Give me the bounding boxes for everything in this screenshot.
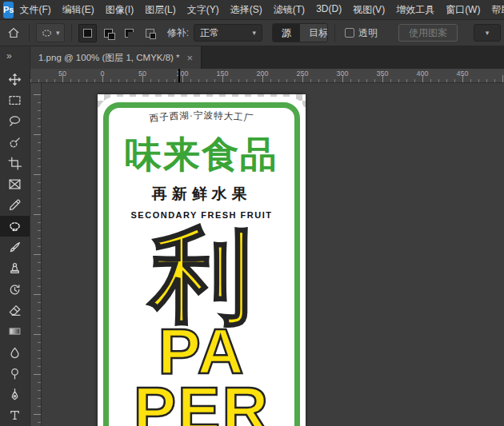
tab-title: 1.png @ 100% (图层 1, CMYK/8) * (38, 52, 180, 64)
document-tab[interactable]: 1.png @ 100% (图层 1, CMYK/8) * × (30, 46, 202, 69)
menu-item-help[interactable]: 帮助(H) (491, 3, 504, 17)
menu-bar: Ps 文件(F) 编辑(E) 图像(I) 图层(L) 文字(Y) 选择(S) 滤… (0, 0, 504, 20)
blur-icon (8, 346, 22, 360)
eraser-icon (8, 304, 22, 317)
label-brand-en: PA PER (98, 322, 306, 426)
home-icon (7, 26, 20, 39)
gradient-tool-button[interactable] (0, 321, 30, 342)
ruler-label: 200 (242, 69, 282, 78)
ruler-label: 50 (42, 69, 82, 78)
clone-stamp-icon (8, 261, 22, 275)
close-icon[interactable]: × (187, 53, 194, 63)
history-brush-tool-button[interactable] (0, 279, 30, 300)
ruler-position-marker (178, 69, 180, 82)
use-pattern-button: 使用图案 (398, 24, 458, 42)
pen-tool-button[interactable] (0, 384, 30, 404)
crop-tool-button[interactable] (0, 153, 30, 173)
source-button[interactable]: 源 (273, 24, 300, 42)
label-brand-en-line2: PER (98, 380, 306, 426)
home-button[interactable] (5, 23, 22, 42)
rectangular-marquee-icon (8, 94, 22, 107)
ruler-label: 450 (442, 69, 482, 78)
patch-mode-dropdown[interactable]: 正常 ▾ (194, 24, 262, 42)
tab-bar: 1.png @ 100% (图层 1, CMYK/8) * × (30, 46, 504, 69)
menu-item-layer[interactable]: 图层(L) (145, 3, 176, 17)
options-bar: ▾ 修补: 正常 ▾ 源 目标 透明 使用图案 ▾ (0, 20, 504, 46)
brush-icon (8, 241, 22, 254)
move-tool-button[interactable] (0, 69, 30, 90)
chevron-down-icon: ▾ (486, 29, 490, 37)
menu-item-select[interactable]: 选择(S) (230, 3, 262, 17)
menu-item-window[interactable]: 窗口(W) (446, 3, 480, 17)
vertical-ruler[interactable] (30, 83, 42, 426)
frame-tool-button[interactable] (0, 173, 30, 194)
tool-preset-button[interactable]: ▾ (36, 23, 65, 42)
menu-item-type[interactable]: 文字(Y) (187, 3, 219, 17)
document-canvas[interactable]: 西子西湖·宁波特大工厂 味来食品 再新鲜水果 SECONDARY FRESH F… (98, 94, 306, 426)
gradient-icon (8, 324, 22, 338)
photoshop-logo-icon[interactable]: Ps (3, 2, 14, 18)
menu-item-image[interactable]: 图像(I) (106, 3, 134, 17)
dodge-tool-button[interactable] (0, 363, 30, 384)
photoshop-window: Ps 文件(F) 编辑(E) 图像(I) 图层(L) 文字(Y) 选择(S) 滤… (0, 0, 504, 426)
destination-button[interactable]: 目标 (300, 24, 328, 42)
divider (334, 24, 335, 42)
dodge-icon (8, 367, 22, 380)
patch-tool-button[interactable] (0, 216, 30, 237)
menu-item-3d[interactable]: 3D(D) (316, 3, 342, 17)
divider (29, 24, 30, 42)
type-tool-button[interactable] (0, 405, 30, 426)
type-icon (8, 408, 22, 422)
menu-item-edit[interactable]: 编辑(E) (62, 3, 94, 17)
canvas-area[interactable]: 西子西湖·宁波特大工厂 味来食品 再新鲜水果 SECONDARY FRESH F… (42, 83, 504, 426)
selection-mode-group (78, 24, 159, 42)
lasso-icon (8, 114, 22, 128)
history-brush-icon (8, 283, 22, 297)
eyedropper-icon (8, 198, 22, 212)
svg-text:西子西湖·宁波特大工厂: 西子西湖·宁波特大工厂 (149, 110, 254, 123)
eyedropper-tool-button[interactable] (0, 195, 30, 216)
selection-mode-subtract-button[interactable] (120, 24, 138, 42)
ruler-label: 250 (282, 69, 322, 78)
pen-icon (8, 388, 22, 401)
clone-stamp-tool-button[interactable] (0, 258, 30, 279)
frame-icon (8, 177, 22, 191)
ruler-label: 400 (402, 69, 442, 78)
transparent-checkbox[interactable]: 透明 (345, 26, 378, 40)
crop-icon (8, 157, 22, 170)
horizontal-ruler[interactable]: 50 0 50 100 150 200 250 300 350 400 450 (30, 69, 504, 83)
label-subtitle-cn: 再新鲜水果 (98, 184, 306, 205)
menu-item-view[interactable]: 视图(V) (353, 3, 385, 17)
blur-tool-button[interactable] (0, 342, 30, 363)
patch-tool-icon (41, 27, 53, 39)
intersect-selection-icon (146, 29, 154, 38)
selection-mode-add-button[interactable] (99, 24, 118, 42)
ruler-label: 50 (122, 69, 162, 78)
patch-mode-label: 修补: (167, 26, 189, 40)
menu-item-filter[interactable]: 滤镜(T) (274, 3, 305, 17)
quick-selection-tool-button[interactable] (0, 132, 30, 153)
label-arc-text: 西子西湖·宁波特大工厂 (101, 105, 302, 133)
ruler-label: 0 (82, 69, 122, 78)
source-destination-toggle: 源 目标 (272, 23, 328, 42)
brush-tool-button[interactable] (0, 237, 30, 257)
add-selection-icon (104, 29, 113, 38)
label-artwork: 西子西湖·宁波特大工厂 味来食品 再新鲜水果 SECONDARY FRESH F… (98, 97, 306, 426)
chevron-down-icon: ▾ (56, 29, 60, 37)
tools-panel: » (0, 46, 30, 426)
ruler-label: 100 (162, 69, 202, 78)
selection-mode-intersect-button[interactable] (141, 24, 159, 42)
eraser-tool-button[interactable] (0, 300, 30, 320)
menu-item-file[interactable]: 文件(F) (19, 3, 50, 17)
patch-icon (8, 220, 22, 233)
checkbox-icon (345, 28, 354, 38)
menu-items: 文件(F) 编辑(E) 图像(I) 图层(L) 文字(Y) 选择(S) 滤镜(T… (19, 3, 504, 17)
rectangular-marquee-tool-button[interactable] (0, 90, 30, 110)
ruler-label: 350 (362, 69, 402, 78)
menu-item-plugins[interactable]: 增效工具 (396, 3, 434, 17)
ruler-label: 300 (322, 69, 362, 78)
lasso-tool-button[interactable] (0, 111, 30, 132)
toolbar-collapse-button[interactable]: » (0, 46, 30, 69)
selection-mode-new-button[interactable] (78, 24, 97, 42)
pattern-picker-button[interactable]: ▾ (474, 24, 501, 42)
